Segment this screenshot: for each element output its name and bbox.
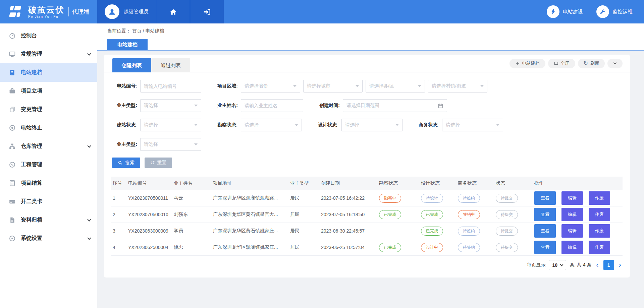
owner-name-label: 业主姓名: xyxy=(201,103,241,109)
view-button[interactable]: 查看 xyxy=(534,191,556,205)
caret-down-icon xyxy=(496,124,499,126)
survey-status-select[interactable]: 请选择 xyxy=(241,119,302,131)
list-tabs: 创建列表 通过列表 xyxy=(112,58,190,72)
owner-type2-label: 业主类型: xyxy=(112,141,140,147)
refresh-icon: ↻ xyxy=(584,61,588,66)
edit-button[interactable]: 编辑 xyxy=(561,191,583,205)
breadcrumb: 当前位置： 首页 / 电站建档 xyxy=(97,23,644,34)
row-type: 居民 xyxy=(290,244,321,250)
province-select[interactable]: 请选择省份 xyxy=(241,80,300,93)
sidebar-item[interactable]: 系统设置 xyxy=(0,229,97,248)
brand-divider xyxy=(68,7,69,16)
sidebar-item[interactable]: 项目立项 xyxy=(0,82,97,100)
build-status-select[interactable]: 请选择 xyxy=(140,119,201,131)
city-select[interactable]: 请选择城市 xyxy=(303,80,363,93)
void-button[interactable]: 作废 xyxy=(589,208,610,221)
row-code: YX2023070500011 xyxy=(128,195,174,201)
sidebar-item[interactable]: 电站终止 xyxy=(0,119,97,137)
tab-create-list[interactable]: 创建列表 xyxy=(112,58,151,72)
fullscreen-icon xyxy=(554,61,558,66)
sidebar-item[interactable]: 仓库管理 xyxy=(0,137,97,156)
owner-type2-select[interactable]: 请选择 xyxy=(140,138,201,151)
sidebar: 控制台 常规管理 电站建档 项目立项 变 xyxy=(0,23,97,308)
edit-button[interactable]: 编辑 xyxy=(561,208,583,221)
caret-down-icon xyxy=(194,143,198,145)
page-number-button[interactable]: 1 xyxy=(603,260,614,270)
table-row: 3 YX2023063000009 学员 广东深圳龙华区黄石镇姚家庄... 居民… xyxy=(111,223,623,239)
sidebar-item[interactable]: 项目结算 xyxy=(0,174,97,192)
sidebar-item-icon xyxy=(9,87,16,95)
sidebar-item[interactable]: 资料归档 xyxy=(0,211,97,229)
row-type: 居民 xyxy=(290,228,321,234)
district-select[interactable]: 请选择县/区 xyxy=(366,80,425,93)
design-status-select[interactable]: 请选择 xyxy=(341,119,402,131)
chevron-down-icon xyxy=(613,61,617,65)
chevron-down-icon xyxy=(87,236,91,240)
survey-status-badge: 已完成 xyxy=(379,210,401,219)
build-status-label: 建站状态: xyxy=(112,122,140,128)
view-button[interactable]: 查看 xyxy=(534,224,556,238)
logo-icon xyxy=(7,4,25,19)
row-code: YX2023062500004 xyxy=(128,245,174,250)
business-status-label: 商务状态: xyxy=(402,122,442,128)
search-button[interactable]: 搜索 xyxy=(112,158,140,168)
date-range-picker[interactable]: 请选择日期范围 xyxy=(343,99,447,112)
caret-down-icon xyxy=(560,263,564,266)
void-button[interactable]: 作废 xyxy=(589,224,610,238)
per-page-select[interactable]: 10 xyxy=(549,260,566,270)
current-user[interactable]: 超级管理员 xyxy=(97,0,156,23)
sidebar-item[interactable]: 工程管理 xyxy=(0,156,97,174)
prev-page-button[interactable]: ‹ xyxy=(595,261,600,269)
pagination: 每页显示 10 条, 共 4 条 ‹ 1 › xyxy=(111,260,623,270)
logout-button[interactable] xyxy=(190,0,224,23)
row-code: YX2023070500010 xyxy=(128,212,174,217)
row-date: 2023-06-25 10:57:04 xyxy=(321,245,379,250)
owner-name-input[interactable] xyxy=(241,99,303,112)
caret-down-icon xyxy=(194,105,198,107)
sidebar-item-icon xyxy=(9,106,16,113)
sidebar-item[interactable]: 变更管理 xyxy=(0,100,97,119)
owner-type-label: 业主类型: xyxy=(112,103,140,109)
row-address: 广东深圳龙华区黄石镇星官大... xyxy=(213,211,290,218)
town-select[interactable]: 请选择村镇/街道 xyxy=(428,80,487,93)
void-button[interactable]: 作废 xyxy=(589,191,610,205)
sidebar-item[interactable]: 常规管理 xyxy=(0,45,97,63)
edit-button[interactable]: 编辑 xyxy=(561,224,583,238)
reset-button[interactable]: ↺ 重置 xyxy=(145,158,172,168)
station-table: 序号 电站编号 业主姓名 项目地址 业主类型 创建日期 勘察状态 设计状态 商务… xyxy=(111,177,623,256)
sidebar-item[interactable]: 开二类卡 xyxy=(0,192,97,211)
owner-type-select[interactable]: 请选择 xyxy=(140,99,201,112)
home-button[interactable] xyxy=(156,0,190,23)
sidebar-item-label: 电站终止 xyxy=(21,124,42,131)
table-body: 1 YX2023070500011 马云 广东深圳龙华区观澜镇观湖路... 居民… xyxy=(111,190,623,256)
sidebar-item-icon xyxy=(9,217,16,224)
add-station-button[interactable]: 电站建档 xyxy=(509,59,545,68)
collapse-button[interactable] xyxy=(607,59,623,68)
chevron-down-icon xyxy=(87,144,91,147)
sidebar-item-label: 开二类卡 xyxy=(21,198,42,205)
brand-name: 破茧云伏 xyxy=(28,5,64,14)
quick-link[interactable]: 监控运维 xyxy=(596,5,633,18)
tab-passed-list[interactable]: 通过列表 xyxy=(151,58,190,72)
station-code-input[interactable] xyxy=(140,80,201,93)
status-badge: 待提交 xyxy=(496,210,518,219)
caret-down-icon xyxy=(356,85,359,87)
sidebar-item-label: 变更管理 xyxy=(21,106,42,113)
row-date: 2023-07-05 16:18:50 xyxy=(321,212,379,217)
quick-links: 电站建设 监控运维 xyxy=(547,0,644,23)
sidebar-item[interactable]: 电站建档 xyxy=(0,63,97,82)
view-button[interactable]: 查看 xyxy=(534,241,556,254)
toolbar: 电站建档 全屏 ↻ 刷新 xyxy=(509,59,623,68)
business-status-select[interactable]: 请选择 xyxy=(442,119,503,131)
void-button[interactable]: 作废 xyxy=(589,241,610,254)
sidebar-item[interactable]: 控制台 xyxy=(0,26,97,45)
next-page-button[interactable]: › xyxy=(618,261,623,269)
page-tab[interactable]: 电站建档 xyxy=(107,39,148,50)
filter-form: 电站编号: 项目区域: 请选择省份 请选择城市 请选择县/区 请选择村镇/街道 … xyxy=(104,72,630,151)
quick-link[interactable]: 电站建设 xyxy=(547,5,583,18)
refresh-button[interactable]: ↻ 刷新 xyxy=(578,59,605,68)
fullscreen-button[interactable]: 全屏 xyxy=(548,59,575,68)
view-button[interactable]: 查看 xyxy=(534,208,556,221)
edit-button[interactable]: 编辑 xyxy=(561,241,583,254)
caret-down-icon xyxy=(418,85,421,87)
